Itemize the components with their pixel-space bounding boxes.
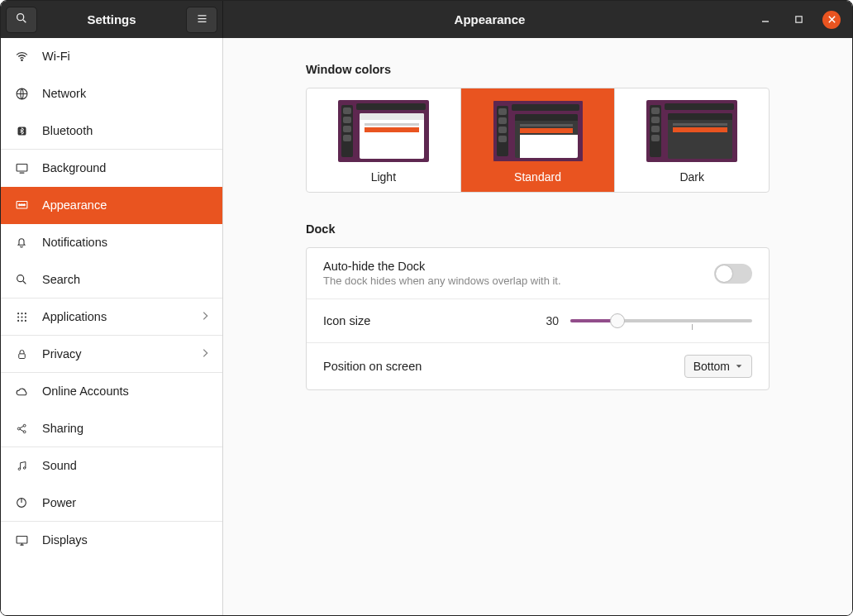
icon-size-label: Icon size <box>323 314 534 327</box>
svg-point-17 <box>23 203 25 205</box>
sidebar-item-label: Applications <box>42 310 107 323</box>
svg-rect-6 <box>795 16 801 21</box>
chevron-right-icon <box>201 347 209 361</box>
svg-point-28 <box>24 319 26 321</box>
theme-selector: Light Standard Dark <box>306 88 770 193</box>
sidebar-item-online-accounts[interactable]: Online Accounts <box>1 373 222 410</box>
sidebar-item-sharing[interactable]: Sharing <box>1 410 222 447</box>
sidebar: Wi-Fi Network Bluetooth Background Appea… <box>1 38 223 615</box>
monitor-icon <box>14 533 29 547</box>
chevron-right-icon <box>201 310 209 324</box>
position-value: Bottom <box>693 360 730 373</box>
svg-line-34 <box>20 429 23 432</box>
sidebar-item-power[interactable]: Power <box>1 485 222 522</box>
sidebar-item-privacy[interactable]: Privacy <box>1 336 222 373</box>
svg-point-25 <box>24 316 26 318</box>
theme-option-standard[interactable]: Standard <box>460 88 615 192</box>
sidebar-title: Settings <box>37 12 186 26</box>
sidebar-item-label: Background <box>42 161 106 174</box>
sidebar-item-network[interactable]: Network <box>1 75 222 112</box>
svg-point-32 <box>23 430 26 432</box>
svg-point-22 <box>24 313 26 314</box>
display-icon <box>14 161 29 175</box>
sidebar-item-label: Wi-Fi <box>42 50 70 63</box>
svg-point-31 <box>23 424 26 427</box>
theme-thumb-light <box>338 100 429 162</box>
sidebar-item-search[interactable]: Search <box>1 261 222 298</box>
position-label: Position on screen <box>323 360 684 373</box>
svg-point-35 <box>18 468 21 470</box>
theme-option-dark[interactable]: Dark <box>614 88 769 192</box>
svg-point-27 <box>21 319 22 321</box>
sidebar-item-label: Search <box>42 273 80 286</box>
sidebar-item-label: Displays <box>42 533 88 547</box>
chevron-down-icon <box>735 360 743 373</box>
minimize-icon <box>760 13 770 26</box>
titlebar-right: Appearance <box>223 1 852 38</box>
switch-knob <box>716 265 732 282</box>
minimize-button[interactable] <box>756 11 774 29</box>
sidebar-item-label: Bluetooth <box>42 124 93 137</box>
maximize-icon <box>794 13 803 26</box>
theme-option-light[interactable]: Light <box>307 88 460 192</box>
theme-thumb-dark <box>646 100 737 162</box>
sidebar-item-bluetooth[interactable]: Bluetooth <box>1 112 222 150</box>
maximize-button[interactable] <box>789 11 808 29</box>
sidebar-item-wifi[interactable]: Wi-Fi <box>1 38 222 75</box>
page-title: Appearance <box>223 12 756 26</box>
svg-rect-12 <box>17 164 27 171</box>
dock-title: Dock <box>306 222 770 236</box>
window-controls <box>756 11 852 29</box>
sidebar-item-label: Sound <box>42 459 77 472</box>
svg-point-0 <box>17 14 24 21</box>
sidebar-item-applications[interactable]: Applications <box>1 298 222 336</box>
sidebar-item-label: Power <box>42 496 76 509</box>
svg-point-16 <box>21 203 22 205</box>
dock-settings-panel: Auto-hide the Dock The dock hides when a… <box>306 247 770 390</box>
slider-handle[interactable] <box>610 313 625 328</box>
menu-button[interactable] <box>186 7 217 33</box>
hamburger-icon <box>196 12 208 27</box>
svg-point-30 <box>17 427 20 430</box>
power-icon <box>14 496 29 509</box>
sidebar-item-label: Notifications <box>42 236 107 249</box>
close-button[interactable] <box>822 11 841 29</box>
sidebar-item-appearance[interactable]: Appearance <box>1 187 222 224</box>
titlebar-left: Settings <box>1 1 223 38</box>
autohide-row: Auto-hide the Dock The dock hides when a… <box>307 248 769 298</box>
svg-point-18 <box>17 275 24 282</box>
autohide-switch[interactable] <box>714 264 752 284</box>
position-dropdown[interactable]: Bottom <box>684 355 752 378</box>
svg-point-9 <box>21 60 21 60</box>
appearance-icon <box>14 198 29 212</box>
svg-point-24 <box>21 316 22 318</box>
sidebar-item-label: Sharing <box>42 422 83 435</box>
sidebar-item-background[interactable]: Background <box>1 150 222 187</box>
sidebar-item-displays[interactable]: Displays <box>1 522 222 559</box>
bluetooth-icon <box>14 125 29 137</box>
window-colors-title: Window colors <box>306 63 770 76</box>
sidebar-item-label: Appearance <box>42 198 107 212</box>
svg-rect-29 <box>18 353 25 358</box>
sidebar-item-sound[interactable]: Sound <box>1 447 222 485</box>
svg-point-20 <box>17 313 19 314</box>
share-icon <box>14 423 29 435</box>
svg-line-19 <box>23 281 26 284</box>
icon-size-slider[interactable] <box>570 311 752 331</box>
position-row: Position on screen Bottom <box>307 342 769 389</box>
settings-window: Settings Appearance <box>0 0 853 616</box>
svg-line-33 <box>20 426 23 428</box>
theme-label: Dark <box>679 170 704 184</box>
svg-point-21 <box>21 313 22 314</box>
sidebar-item-label: Online Accounts <box>42 384 129 398</box>
lock-icon <box>14 348 29 361</box>
search-button[interactable] <box>6 7 37 33</box>
svg-point-26 <box>17 319 19 321</box>
close-icon <box>827 13 836 26</box>
wifi-icon <box>14 50 29 64</box>
bell-icon <box>14 236 29 249</box>
sidebar-item-label: Network <box>42 87 86 100</box>
search-icon <box>14 273 29 286</box>
titlebar: Settings Appearance <box>1 1 852 38</box>
sidebar-item-notifications[interactable]: Notifications <box>1 224 222 261</box>
